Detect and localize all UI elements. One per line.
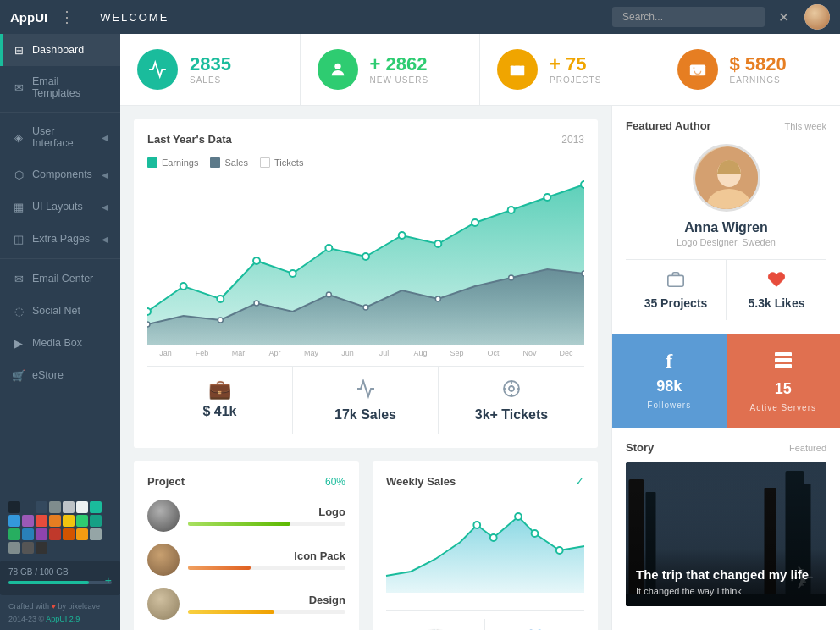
color-swatch[interactable] — [49, 528, 61, 540]
month-aug: Aug — [402, 349, 439, 357]
chart-header: Last Year's Data 2013 — [147, 133, 584, 146]
color-swatch[interactable] — [8, 501, 20, 513]
color-swatch[interactable] — [8, 515, 20, 527]
sidebar-divider — [0, 258, 120, 259]
svg-point-32 — [515, 513, 522, 520]
color-swatch[interactable] — [22, 542, 34, 554]
svg-point-33 — [532, 530, 539, 537]
facebook-button[interactable]: f 98k Followers — [612, 334, 727, 428]
sidebar-item-components[interactable]: ⬡ Components ◀ — [0, 158, 120, 191]
project-avatar — [147, 500, 180, 532]
sidebar-item-media-box[interactable]: ▶ Media Box — [0, 327, 120, 359]
svg-point-8 — [290, 270, 296, 277]
story-desc: It changed the way I think — [636, 586, 809, 596]
svg-point-9 — [325, 245, 332, 251]
project-item-design: Design — [147, 588, 345, 620]
sidebar-item-label: Extra Pages — [32, 233, 90, 245]
color-swatch[interactable] — [63, 528, 75, 540]
sidebar: ⊞ Dashboard ✉ Email Templates ◈ User Int… — [0, 34, 120, 630]
color-swatch[interactable] — [36, 501, 47, 513]
chart-area — [147, 176, 584, 345]
avatar[interactable] — [804, 4, 830, 30]
project-info: Design — [188, 594, 345, 614]
sidebar-item-ui-layouts[interactable]: ▦ UI Layouts ◀ — [0, 191, 120, 223]
month-oct: Oct — [475, 349, 511, 357]
sidebar-item-user-interface[interactable]: ◈ User Interface ◀ — [0, 116, 120, 158]
version-link[interactable]: AppUI 2.9 — [46, 615, 80, 623]
color-swatch[interactable] — [90, 501, 102, 513]
stat-projects: + 75 PROJECTS — [480, 34, 660, 105]
color-swatch[interactable] — [36, 515, 47, 527]
svg-rect-40 — [668, 275, 683, 286]
color-swatch[interactable] — [76, 528, 88, 540]
color-swatch[interactable] — [22, 528, 34, 540]
extra-icon: ◫ — [12, 232, 25, 246]
metric-tickets: 3k+ Tickets — [439, 367, 584, 434]
users-icon — [318, 49, 358, 90]
book-icon: 📖 — [393, 626, 478, 630]
sidebar-item-social-net[interactable]: ◌ Social Net — [0, 295, 120, 327]
sales-label: SALES — [190, 75, 231, 85]
add-storage-button[interactable]: + — [105, 573, 112, 587]
sidebar-item-dashboard[interactable]: ⊞ Dashboard — [0, 34, 120, 66]
ui-icon: ◈ — [12, 130, 25, 144]
close-icon[interactable]: ✕ — [778, 9, 789, 25]
svg-point-4 — [147, 308, 151, 315]
month-jul: Jul — [366, 349, 402, 357]
color-swatch[interactable] — [49, 515, 61, 527]
weekly-metrics: 📖 123 Total Sales 👥 +10% Clients — [386, 610, 584, 630]
sidebar-item-email-center[interactable]: ✉ Email Center — [0, 262, 120, 295]
svg-rect-43 — [775, 364, 792, 368]
color-swatch[interactable] — [90, 515, 102, 527]
svg-point-23 — [509, 275, 514, 280]
svg-point-20 — [326, 292, 331, 297]
project-bar — [188, 566, 251, 570]
server-button[interactable]: 15 Active Servers — [727, 334, 841, 428]
color-swatch[interactable] — [49, 501, 61, 513]
email-center-icon: ✉ — [12, 272, 25, 285]
chevron-icon: ◀ — [102, 170, 108, 180]
topbar-menu-icon[interactable]: ⋮ — [59, 8, 75, 26]
legend-tickets: Tickets — [260, 158, 303, 168]
color-swatch[interactable] — [36, 542, 47, 554]
email-icon: ✉ — [12, 80, 25, 94]
search-input[interactable] — [612, 7, 765, 27]
svg-point-10 — [362, 253, 369, 260]
month-nov: Nov — [511, 349, 548, 357]
metric-sales: 17k Sales — [293, 367, 439, 434]
svg-point-7 — [253, 257, 260, 264]
color-swatch[interactable] — [63, 515, 75, 527]
project-progress: 60% — [325, 476, 345, 488]
color-swatch[interactable] — [22, 515, 34, 527]
color-swatch[interactable] — [76, 515, 88, 527]
store-icon: 🛒 — [12, 368, 25, 382]
project-name: Logo — [188, 506, 345, 518]
color-swatch[interactable] — [76, 501, 88, 513]
sidebar-item-extra-pages[interactable]: ◫ Extra Pages ◀ — [0, 223, 120, 255]
color-swatch[interactable] — [8, 528, 20, 540]
month-may: May — [293, 349, 329, 357]
author-stats: 35 Projects 5.3k Likes — [626, 259, 826, 320]
color-swatch[interactable] — [90, 528, 102, 540]
sidebar-item-email-templates[interactable]: ✉ Email Templates — [0, 66, 120, 108]
month-jun: Jun — [329, 349, 366, 357]
svg-point-31 — [473, 522, 480, 528]
sidebar-item-label: UI Layouts — [32, 201, 83, 213]
layouts-icon: ▦ — [12, 200, 25, 213]
svg-point-21 — [363, 305, 368, 310]
stat-earnings: $ 5820 EARNINGS — [660, 34, 841, 105]
story-header: Story Featured — [626, 441, 826, 454]
weekly-metric-clients: 👥 +10% Clients — [485, 619, 584, 630]
color-swatch[interactable] — [63, 501, 75, 513]
sidebar-item-estore[interactable]: 🛒 eStore — [0, 359, 120, 391]
color-swatch[interactable] — [36, 528, 47, 540]
color-swatch[interactable] — [8, 542, 20, 554]
color-swatch[interactable] — [22, 501, 34, 513]
topbar: AppUI ⋮ WELCOME ✕ — [0, 0, 840, 34]
storage-bar — [8, 581, 112, 584]
featured-subtitle: This week — [784, 121, 826, 131]
story-section: Story Featured — [612, 428, 840, 620]
app-logo: AppUI — [10, 10, 47, 25]
sidebar-item-label: eStore — [32, 369, 64, 381]
legend-dot-earnings — [147, 158, 158, 168]
